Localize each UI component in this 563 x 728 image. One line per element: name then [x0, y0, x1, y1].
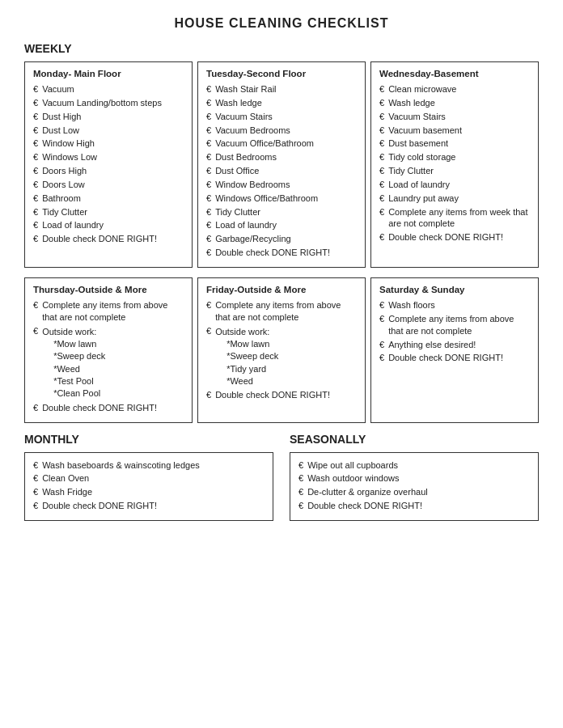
euro-icon: € [379, 151, 384, 163]
euro-icon: € [206, 179, 211, 191]
list-item: €Window Bedrooms [206, 179, 357, 191]
saturday-items: €Wash floors€Complete any items from abo… [379, 299, 530, 364]
euro-icon: € [379, 339, 384, 351]
list-item: €Load of laundry [379, 179, 530, 191]
euro-icon: € [206, 206, 211, 218]
list-item: €Complete any items from above that are … [33, 299, 184, 324]
sub-item: *Mow lawn [226, 338, 278, 350]
euro-icon: € [33, 486, 38, 498]
euro-icon: € [206, 97, 211, 109]
sub-items: *Mow lawn*Sweep deck*Tidy yard*Weed [226, 338, 278, 388]
sub-items: *Mow lawn*Sweep deck*Weed*Test Pool*Clea… [53, 338, 105, 400]
euro-icon: € [33, 459, 38, 472]
list-item: €Outside work:*Mow lawn*Sweep deck*Tidy … [206, 325, 357, 388]
item-text: Wipe out all cupboards [307, 459, 398, 472]
item-text: Doors Low [42, 179, 85, 191]
euro-icon: € [33, 402, 38, 414]
item-text: Vacuum Stairs [388, 111, 446, 123]
euro-icon: € [298, 486, 303, 498]
list-item: €Dust Office [206, 165, 357, 177]
monday-box: Monday- Main Floor €Vacuum€Vacuum Landin… [24, 61, 193, 268]
euro-icon: € [206, 83, 211, 95]
item-text: Complete any items from week that are no… [388, 206, 530, 231]
sub-item: *Weed [53, 363, 105, 375]
euro-icon: € [33, 206, 38, 218]
list-item: €Wash floors [379, 299, 530, 311]
bottom-sections: MONTHLY €Wash baseboards & wainscoting l… [24, 433, 539, 521]
list-item: €Tidy Clutter [206, 206, 357, 218]
item-text: Vacuum Stairs [215, 111, 273, 123]
euro-icon: € [33, 83, 38, 95]
item-text: Bathroom [42, 193, 81, 205]
euro-icon: € [379, 206, 384, 218]
euro-icon: € [379, 231, 384, 243]
list-item: €Vacuum Stairs [206, 111, 357, 123]
item-text: Double check DONE RIGHT! [215, 389, 330, 401]
list-item: €Vacuum Office/Bathroom [206, 138, 357, 150]
list-item: €Double check DONE RIGHT! [379, 231, 530, 243]
list-item: €Clean Oven [33, 472, 265, 485]
list-item: €Complete any items from above that are … [206, 299, 357, 324]
euro-icon: € [379, 138, 384, 150]
item-text: Anything else desired! [388, 339, 476, 351]
item-text: De-clutter & organize overhaul [307, 486, 428, 498]
euro-icon: € [33, 299, 38, 311]
item-text: Wash outdoor windows [307, 472, 399, 485]
monthly-box: €Wash baseboards & wainscoting ledges€Cl… [24, 452, 273, 521]
item-text: Windows Low [42, 151, 97, 163]
monthly-items: €Wash baseboards & wainscoting ledges€Cl… [33, 459, 265, 512]
item-text: Outside work: [42, 327, 96, 336]
euro-icon: € [206, 138, 211, 150]
item-text: Dust Low [42, 125, 79, 137]
list-item: €Clean microwave [379, 83, 530, 95]
euro-icon: € [379, 352, 384, 364]
sub-item: *Mow lawn [53, 338, 105, 350]
monthly-title: MONTHLY [24, 433, 273, 446]
list-item: €Wash Stair Rail [206, 83, 357, 95]
euro-icon: € [206, 389, 211, 401]
item-text: Tidy cold storage [388, 151, 455, 163]
list-item: €Dust Bedrooms [206, 151, 357, 163]
euro-icon: € [206, 247, 211, 259]
item-text: Load of laundry [388, 179, 450, 191]
euro-icon: € [379, 299, 384, 311]
euro-icon: € [206, 325, 211, 337]
item-text: Complete any items from above that are n… [215, 299, 357, 324]
item-text: Double check DONE RIGHT! [42, 233, 157, 245]
item-text: Clean microwave [388, 83, 456, 95]
list-item: €Laundry put away [379, 193, 530, 205]
weekly-grid: Monday- Main Floor €Vacuum€Vacuum Landin… [24, 61, 539, 268]
list-item: €Double check DONE RIGHT! [206, 389, 357, 401]
item-text: Dust High [42, 111, 81, 123]
euro-icon: € [379, 313, 384, 325]
euro-icon: € [298, 459, 303, 472]
item-text: Wash Stair Rail [215, 83, 276, 95]
euro-icon: € [206, 151, 211, 163]
item-text: Wash Fridge [42, 486, 92, 498]
list-item: €Outside work:*Mow lawn*Sweep deck*Weed*… [33, 325, 184, 400]
item-text: Windows Office/Bathroom [215, 193, 318, 205]
item-text: Vacuum Office/Bathroom [215, 138, 314, 150]
list-item: €Window High [33, 138, 184, 150]
item-text: Window Bedrooms [215, 179, 290, 191]
friday-title: Friday-Outside & More [206, 285, 357, 294]
item-text: Doors High [42, 165, 87, 177]
item-text: Clean Oven [42, 472, 89, 485]
seasonally-box: €Wipe out all cupboards€Wash outdoor win… [290, 452, 539, 521]
thursday-items: €Complete any items from above that are … [33, 299, 184, 414]
list-item: €Double check DONE RIGHT! [33, 402, 184, 414]
list-item: €Tidy cold storage [379, 151, 530, 163]
item-text: Tidy Clutter [42, 206, 87, 218]
list-item: €Garbage/Recycling [206, 233, 357, 245]
friday-box: Friday-Outside & More €Complete any item… [197, 277, 366, 423]
thursday-box: Thursday-Outside & More €Complete any it… [24, 277, 193, 423]
seasonally-section: SEASONALLY €Wipe out all cupboards€Wash … [290, 433, 539, 521]
weekly-title: WEEKLY [24, 42, 539, 55]
list-item: €Wash ledge [379, 97, 530, 109]
saturday-box: Saturday & Sunday €Wash floors€Complete … [370, 277, 539, 423]
item-text: Double check DONE RIGHT! [215, 247, 330, 259]
sub-item: *Tidy yard [226, 363, 278, 375]
item-text: Vacuum Bedrooms [215, 125, 290, 137]
item-text: Wash ledge [215, 97, 262, 109]
item-text: Double check DONE RIGHT! [42, 500, 157, 512]
